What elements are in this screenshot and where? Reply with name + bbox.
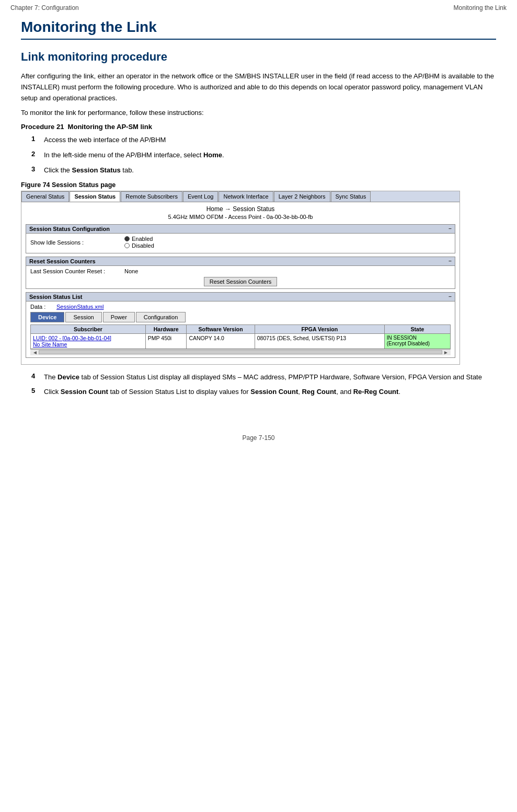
scroll-left-icon: ◄	[32, 350, 38, 355]
step-1: 1 Access the web interface of the AP/BHM	[31, 135, 496, 146]
reset-counters-box: Reset Session Counters − Last Session Co…	[26, 257, 455, 289]
reset-counters-body: Last Session Counter Reset : None Reset …	[26, 266, 455, 288]
col-fpga-version: FPGA Version	[255, 324, 384, 333]
data-link-row: Data : SessionStatus.xml	[30, 304, 451, 310]
figure-label: Figure 74 Session Status page	[21, 181, 496, 189]
session-list-header: Session Status List −	[26, 293, 455, 301]
section-title: Link monitoring procedure	[21, 50, 496, 64]
minimize-reset[interactable]: −	[449, 258, 452, 264]
footer-page-number: Page 7-150	[242, 434, 274, 442]
subscriber-cell[interactable]: LUID: 002 - [0a-00-3e-bb-01-04] No Site …	[31, 333, 146, 349]
show-idle-row: Show Idle Sessions : Enabled Disabled	[30, 236, 451, 249]
session-tab-configuration[interactable]: Configuration	[136, 312, 186, 322]
session-list-box: Session Status List − Data : SessionStat…	[26, 292, 455, 358]
idle-radio-group: Enabled Disabled	[124, 236, 154, 249]
enabled-label: Enabled	[132, 236, 153, 242]
col-subscriber: Subscriber	[31, 324, 146, 333]
data-label: Data :	[30, 304, 56, 310]
figure-box: General Status Session Status Remote Sub…	[21, 191, 460, 365]
radio-enabled-circle	[124, 236, 130, 241]
session-tab-power[interactable]: Power	[103, 312, 135, 322]
tab-session-status[interactable]: Session Status	[70, 191, 120, 202]
procedure-label: Procedure 21 Monitoring the AP-SM link	[21, 123, 496, 131]
step-2: 2 In the left-side menu of the AP/BHM in…	[31, 150, 496, 161]
instruction-text: To monitor the link for performance, fol…	[21, 108, 496, 119]
step-3: 3 Click the Session Status tab.	[31, 165, 496, 176]
col-state: State	[384, 324, 450, 333]
tab-network-interface[interactable]: Network Interface	[219, 191, 273, 202]
tab-general-status[interactable]: General Status	[21, 191, 69, 202]
session-config-body: Show Idle Sessions : Enabled Disabled	[26, 234, 455, 253]
radio-disabled-circle	[124, 243, 130, 248]
radio-enabled[interactable]: Enabled	[124, 236, 154, 242]
col-software-version: Software Version	[187, 324, 255, 333]
minimize-session-config[interactable]: −	[449, 226, 452, 232]
session-status-table: Subscriber Hardware Software Version FPG…	[30, 324, 451, 349]
tabs-row: General Status Session Status Remote Sub…	[21, 191, 459, 202]
last-reset-label: Last Session Counter Reset :	[30, 268, 124, 274]
main-title: Monitoring the Link	[21, 19, 496, 40]
minimize-session-list[interactable]: −	[449, 294, 452, 300]
page-section-label: Monitoring the Link	[454, 4, 507, 11]
fig-subtitle: 5.4GHz MIMO OFDM - Access Point - 0a-00-…	[26, 214, 455, 220]
reset-counters-header: Reset Session Counters −	[26, 257, 455, 266]
radio-disabled[interactable]: Disabled	[124, 242, 154, 249]
session-tab-device[interactable]: Device	[30, 312, 64, 322]
table-row: LUID: 002 - [0a-00-3e-bb-01-04] No Site …	[31, 333, 451, 349]
session-tab-session[interactable]: Session	[65, 312, 101, 322]
session-config-header: Session Status Configuration −	[26, 225, 455, 234]
disabled-label: Disabled	[132, 242, 154, 249]
page-footer: Page 7-150	[0, 434, 517, 452]
state-cell: IN SESSION(Encrypt Disabled)	[384, 333, 450, 349]
session-tabs-row: Device Session Power Configuration	[30, 312, 451, 322]
last-reset-value: None	[124, 268, 138, 274]
tab-layer2-neighbors[interactable]: Layer 2 Neighbors	[274, 191, 330, 202]
last-reset-row: Last Session Counter Reset : None	[30, 268, 451, 274]
tab-sync-status[interactable]: Sync Status	[331, 191, 371, 202]
tab-event-log[interactable]: Event Log	[183, 191, 219, 202]
scroll-right-icon: ►	[443, 350, 449, 355]
scrollbar-area[interactable]: ◄ ►	[30, 349, 451, 355]
software-cell: CANOPY 14.0	[187, 333, 255, 349]
subscriber-link1: LUID: 002 - [0a-00-3e-bb-01-04]	[33, 335, 111, 341]
session-status-xml-link[interactable]: SessionStatus.xml	[56, 304, 104, 310]
fpga-cell: 080715 (DES, Sched, US/ETSI) P13	[255, 333, 384, 349]
reset-session-counters-button[interactable]: Reset Session Counters	[204, 277, 278, 286]
hardware-cell: PMP 450i	[145, 333, 187, 349]
subscriber-link2: No Site Name	[33, 341, 67, 347]
intro-paragraph: After configuring the link, either an op…	[21, 71, 496, 103]
session-config-box: Session Status Configuration − Show Idle…	[26, 224, 455, 253]
steps-list-before: 1 Access the web interface of the AP/BHM…	[31, 135, 496, 176]
fig-title: Home → Session Status	[26, 205, 455, 213]
session-list-body: Data : SessionStatus.xml Device Session …	[26, 301, 455, 357]
tab-remote-subscribers[interactable]: Remote Subscribers	[121, 191, 182, 202]
step-5: 5 Click Session Count tab of Session Sta…	[31, 387, 496, 398]
show-idle-label: Show Idle Sessions :	[30, 239, 124, 246]
step-4: 4 The Device tab of Session Status List …	[31, 372, 496, 383]
steps-list-after: 4 The Device tab of Session Status List …	[31, 372, 496, 398]
figure-body: Home → Session Status 5.4GHz MIMO OFDM -…	[21, 202, 459, 364]
col-hardware: Hardware	[145, 324, 187, 333]
chapter-label: Chapter 7: Configuration	[10, 4, 79, 11]
